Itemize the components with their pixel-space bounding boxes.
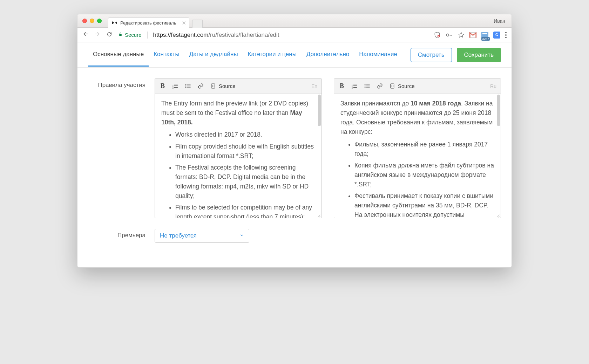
svg-rect-17 <box>353 84 357 84</box>
tab-close-button[interactable] <box>182 21 185 25</box>
svg-rect-10 <box>187 84 190 84</box>
source-button[interactable]: Source <box>389 83 415 90</box>
chrome-profile-name[interactable]: Иван <box>494 18 512 24</box>
google-translate-icon[interactable]: G <box>493 32 500 39</box>
divider <box>147 32 148 39</box>
form-area: Правила участия B 123 <box>77 68 512 267</box>
svg-point-24 <box>364 85 365 87</box>
tab-main-data[interactable]: Основные данные <box>88 43 149 67</box>
tab-contacts[interactable]: Контакты <box>149 43 184 67</box>
window-zoom-button[interactable] <box>97 19 102 23</box>
svg-rect-21 <box>353 87 357 88</box>
form-tabs: Основные данные Контакты Даты и дедлайны… <box>88 43 402 67</box>
tab-label: Категории и цены <box>248 51 297 57</box>
premiere-label: Премьера <box>88 229 155 239</box>
tab-label: Дополнительно <box>306 51 349 57</box>
svg-text:1: 1 <box>352 84 353 85</box>
svg-point-11 <box>185 85 186 87</box>
address-bar[interactable]: https://festagent.com/ru/festivals/flahe… <box>153 32 279 39</box>
link-button[interactable] <box>197 83 204 90</box>
scrollbar-thumb[interactable] <box>318 95 321 126</box>
save-button[interactable]: Сохранить <box>457 48 501 62</box>
window-minimize-button[interactable] <box>90 19 94 23</box>
mail-counter-extension-icon[interactable]: 3287 <box>481 32 488 39</box>
source-icon <box>210 83 217 90</box>
premiere-select[interactable]: Не требуется <box>155 229 249 243</box>
extension-shield-icon[interactable] <box>434 32 441 39</box>
toolbar-actions: 3287 G <box>434 32 507 39</box>
editor-lang-ru: Ru <box>490 83 496 89</box>
tab-label: Даты и дедлайны <box>189 51 238 57</box>
list-item: Фильмы, законченный не ранее 1 января 20… <box>354 140 494 159</box>
window-titlebar: Редактировать фестиваль Иван <box>77 14 512 28</box>
bold-button[interactable]: B <box>338 83 345 90</box>
source-label: Source <box>219 83 236 89</box>
tab-reminder[interactable]: Напоминание <box>354 43 402 67</box>
bookmark-star-icon[interactable] <box>458 32 465 39</box>
unordered-list-button[interactable] <box>364 83 371 90</box>
tab-label: Основные данные <box>93 51 144 57</box>
key-icon[interactable] <box>446 32 453 39</box>
svg-rect-8 <box>174 87 177 88</box>
ordered-list-button[interactable]: 123 <box>351 83 358 90</box>
svg-rect-19 <box>353 85 357 86</box>
list-item: Films to be selected for competition may… <box>175 203 315 218</box>
tab-additional[interactable]: Дополнительно <box>302 43 354 67</box>
page-content: Основные данные Контакты Даты и дедлайны… <box>77 42 512 267</box>
svg-rect-25 <box>366 86 370 87</box>
url-host: https://festagent.com <box>153 32 209 38</box>
view-button[interactable]: Смотреть <box>411 48 452 62</box>
tab-title: Редактировать фестиваль <box>120 20 176 26</box>
source-button[interactable]: Source <box>210 83 236 90</box>
list-item: Works directed in 2017 or 2018. <box>175 130 315 139</box>
unordered-list-button[interactable] <box>184 83 191 90</box>
svg-point-1 <box>447 34 449 36</box>
editor-content-en[interactable]: The Entry form and the preview link (or … <box>155 94 321 218</box>
svg-point-13 <box>185 87 186 88</box>
editor-toolbar-ru: B 123 <box>334 78 501 94</box>
editor-content-ru[interactable]: Заявки принимаются до 10 мая 2018 года. … <box>334 94 501 218</box>
svg-text:3: 3 <box>352 87 353 89</box>
link-button[interactable] <box>376 83 383 90</box>
editor-lang-en: En <box>311 83 317 89</box>
rules-ru-intro-bold: 10 мая 2018 года <box>411 100 461 107</box>
svg-rect-4 <box>174 84 177 84</box>
back-button[interactable] <box>82 31 89 39</box>
list-item: Фестиваль принимает к показу копии с вши… <box>354 191 494 218</box>
resize-handle[interactable] <box>496 213 500 217</box>
form-actions: Смотреть Сохранить <box>411 48 501 62</box>
ordered-list-button[interactable]: 123 <box>172 83 179 90</box>
window-close-button[interactable] <box>82 19 87 23</box>
reload-button[interactable] <box>106 31 113 39</box>
new-tab-button[interactable] <box>192 20 203 28</box>
resize-handle[interactable] <box>317 213 321 217</box>
tab-categories-prices[interactable]: Категории и цены <box>243 43 302 67</box>
secure-badge[interactable]: Secure <box>118 32 142 38</box>
rules-editor-ru: B 123 <box>334 78 501 218</box>
svg-text:2: 2 <box>172 85 174 87</box>
chevron-down-icon <box>239 232 244 239</box>
svg-point-22 <box>364 84 365 85</box>
svg-point-9 <box>185 84 186 85</box>
forward-button[interactable] <box>94 31 101 39</box>
bowtie-favicon-icon <box>112 20 117 26</box>
browser-toolbar: Secure https://festagent.com/ru/festival… <box>77 28 512 42</box>
svg-rect-23 <box>366 84 370 84</box>
svg-rect-14 <box>187 88 190 88</box>
tab-dates-deadlines[interactable]: Даты и дедлайны <box>184 43 243 67</box>
tab-label: Контакты <box>154 51 179 57</box>
bold-button[interactable]: B <box>159 83 166 90</box>
browser-tab[interactable]: Редактировать фестиваль <box>108 18 189 28</box>
scrollbar-thumb[interactable] <box>497 95 500 126</box>
svg-text:3: 3 <box>172 87 174 89</box>
list-item: The Festival accepts the following scree… <box>175 163 315 201</box>
svg-point-26 <box>364 87 365 88</box>
traffic-lights <box>77 19 102 23</box>
rules-en-intro: The Entry form and the preview link (or … <box>161 100 308 116</box>
url-path: /ru/festivals/flahertiana/edit <box>208 32 279 38</box>
mail-counter-badge: 3287 <box>481 37 490 41</box>
gmail-icon[interactable] <box>469 32 476 39</box>
tab-label: Напоминание <box>359 51 397 57</box>
premiere-selected-value: Не требуется <box>160 232 197 239</box>
chrome-menu-button[interactable] <box>505 32 507 38</box>
